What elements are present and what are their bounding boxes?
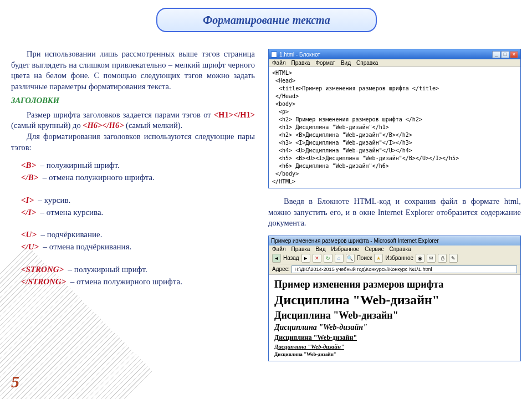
tag-strong-close-desc: – отмена полужирного шрифта. [70, 277, 182, 286]
ie-h2b: Дисциплина "Web-дизайн" [274, 310, 515, 321]
ie-menu-tools[interactable]: Сервис [365, 246, 383, 252]
ie-h5: Дисциплина "Web-дизайн" [274, 344, 515, 350]
edit-button[interactable]: ✎ [449, 254, 458, 263]
notepad-menu: Файл Правка Формат Вид Справка [269, 59, 520, 67]
ie-h1: Дисциплина "Web-дизайн" [274, 293, 515, 308]
ie-h3: Дисциплина "Web-дизайн" [274, 323, 515, 332]
intro-paragraph: При использовании лишь рассмотренных выш… [11, 49, 255, 92]
notepad-window: 1.html - Блокнот _ □ × Файл Правка Форма… [268, 49, 521, 188]
ie-window: Пример изменения размеров шрифта - Micro… [268, 236, 521, 361]
notepad-body[interactable]: <HTML> <Head> <title>Пример изменения ра… [269, 67, 520, 188]
ie-menu-help[interactable]: Справка [389, 246, 411, 252]
addr-label: Адрес: [272, 266, 289, 272]
code-h1-close: </H1> [233, 110, 255, 119]
home-button[interactable]: ⌂ [335, 254, 344, 263]
left-column: При использовании лишь рассмотренных выш… [11, 49, 255, 288]
tag-b-close: </B> [21, 173, 38, 182]
menu-file[interactable]: Файл [272, 60, 286, 66]
code-h6-close: </H6> [102, 121, 124, 130]
ie-h6: Дисциплина "Web-дизайн" [274, 351, 515, 357]
page-number: 5 [11, 372, 19, 391]
tag-u-open: <U> [21, 230, 37, 239]
tag-list: <B> – полужирный шрифт. </B> – отмена по… [21, 160, 255, 287]
subheading: ЗАГОЛОВКИ [11, 95, 255, 106]
stop-button[interactable]: ✕ [313, 254, 321, 263]
tag-strong-open: <STRONG> [21, 265, 64, 274]
tag-i-open: <I> [21, 196, 34, 204]
text: Размер шрифта заголовков задается парами… [27, 110, 214, 119]
code-h1-open: <H1> [214, 110, 233, 119]
code-h6-open: <H6> [83, 121, 102, 130]
tag-i-close: </I> [21, 208, 36, 217]
search-label: Поиск [357, 255, 372, 261]
tag-strong-close: </STRONG> [21, 277, 66, 286]
notepad-titlebar: 1.html - Блокнот _ □ × [269, 49, 520, 59]
tag-u-close-desc: – отмена подчёркивания. [43, 242, 132, 251]
refresh-button[interactable]: ↻ [324, 254, 332, 263]
ie-body: Пример изменения размеров шрифта Дисципл… [269, 275, 520, 361]
maximize-button[interactable]: □ [501, 51, 509, 58]
minimize-button[interactable]: _ [492, 51, 500, 58]
ie-h4: Дисциплина "Web-дизайн" [274, 334, 515, 342]
tag-i-close-desc: – отмена курсива. [40, 208, 104, 217]
ie-menu-edit[interactable]: Правка [291, 246, 310, 252]
ie-addressbar: Адрес: H:\ДЮ\2014-2015 учебный год\Конку… [269, 264, 520, 274]
heading-desc-2: Для форматирования заголовков используют… [11, 131, 255, 153]
ie-menu-fav[interactable]: Избранное [331, 246, 359, 252]
forward-button[interactable]: ► [301, 254, 310, 263]
menu-edit[interactable]: Правка [291, 60, 310, 66]
text: (самый крупный) до [11, 121, 83, 130]
print-button[interactable]: ⎙ [438, 254, 447, 263]
ie-toolbar: Файл Правка Вид Избранное Сервис Справка… [269, 245, 520, 275]
ie-titlebar: Пример изменения размеров шрифта - Micro… [269, 236, 520, 245]
ie-title: Пример изменения размеров шрифта - Micro… [271, 238, 439, 244]
fav-label: Избранное [385, 255, 413, 261]
search-button[interactable]: 🔍 [346, 254, 355, 263]
media-button[interactable]: ◉ [416, 254, 424, 263]
close-button[interactable]: × [510, 51, 518, 58]
right-column: 1.html - Блокнот _ □ × Файл Правка Форма… [268, 49, 521, 361]
mail-button[interactable]: ✉ [427, 254, 436, 263]
tag-b-close-desc: – отмена полужирного шрифта. [43, 173, 155, 182]
menu-help[interactable]: Справка [356, 60, 378, 66]
tag-u-open-desc: – подчёркивание. [40, 230, 102, 239]
ie-menu-file[interactable]: Файл [272, 246, 286, 252]
tag-u-close: </U> [21, 242, 39, 251]
address-input[interactable]: H:\ДЮ\2014-2015 учебный год\Конкурсы\Кон… [291, 265, 517, 273]
ie-h2: Пример изменения размеров шрифта [274, 279, 515, 290]
favorites-button[interactable]: ★ [374, 254, 383, 263]
ie-buttons: ◄ Назад ► ✕ ↻ ⌂ 🔍 Поиск ★ Избранное ◉ ✉ … [269, 253, 520, 264]
right-paragraph: Введя в Блокноте HTML-код и сохранив фай… [268, 196, 521, 229]
notepad-icon [271, 52, 277, 58]
back-button[interactable]: ◄ [272, 254, 281, 263]
tag-b-open: <B> [21, 161, 36, 170]
ie-menu-view[interactable]: Вид [315, 246, 325, 252]
menu-format[interactable]: Формат [315, 60, 335, 66]
page-title: Форматирование текста [156, 8, 377, 32]
notepad-title: 1.html - Блокнот [279, 52, 492, 58]
menu-view[interactable]: Вид [341, 60, 351, 66]
ie-menu: Файл Правка Вид Избранное Сервис Справка [269, 245, 520, 253]
tag-strong-open-desc: – полужирный шрифт. [68, 265, 147, 274]
heading-desc-1: Размер шрифта заголовков задается парами… [11, 110, 255, 131]
tag-b-open-desc: – полужирный шрифт. [40, 161, 120, 170]
back-label: Назад [283, 255, 299, 261]
text: (самый мелкий). [124, 121, 182, 130]
tag-i-open-desc: – курсив. [38, 196, 70, 204]
